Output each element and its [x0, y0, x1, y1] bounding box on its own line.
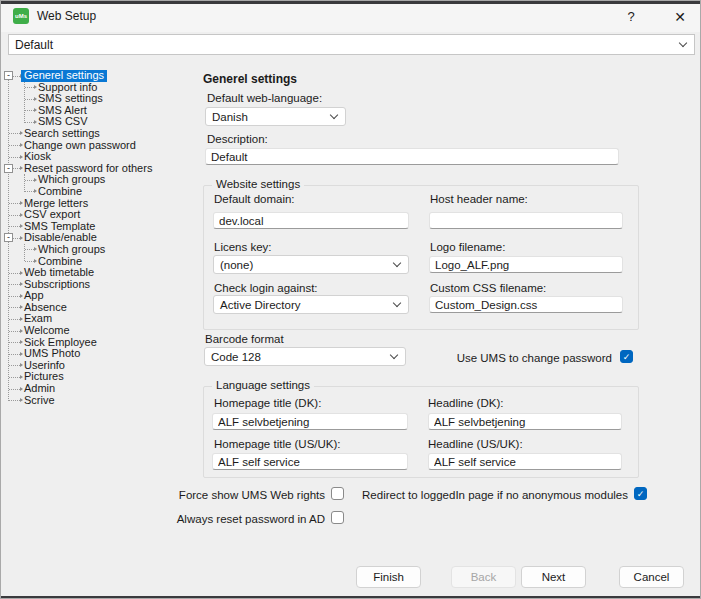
- logo-filename-input[interactable]: [429, 256, 623, 273]
- licens-key-select[interactable]: (none): [213, 255, 409, 274]
- profile-select[interactable]: Default: [8, 34, 695, 55]
- chevron-down-icon: [390, 350, 398, 358]
- default-web-language-value: Danish: [212, 108, 248, 125]
- homepage-title-dk-label: Homepage title (DK):: [214, 397, 321, 409]
- check-login-against-label: Check login against:: [214, 282, 318, 294]
- tree-item-sms-settings[interactable]: SMS settings: [4, 93, 201, 105]
- homepage-title-usuk-input[interactable]: [212, 453, 408, 470]
- help-button[interactable]: ?: [618, 6, 644, 28]
- tree-item-web-timetable[interactable]: Web timetable: [4, 267, 201, 279]
- redirect-to-loggedin-checkbox[interactable]: [634, 487, 647, 500]
- website-settings-group: Website settings Default domain: Host he…: [203, 185, 639, 330]
- finish-button[interactable]: Finish: [356, 566, 421, 588]
- collapse-minus-icon[interactable]: [4, 233, 13, 242]
- window-bottom-edge: [1, 596, 700, 598]
- headline-dk-label: Headline (DK):: [428, 397, 503, 409]
- tree-item-csv-export[interactable]: CSV export: [4, 209, 201, 221]
- tree-item-sms-alert[interactable]: SMS Alert: [4, 105, 201, 117]
- tree-connector: [25, 261, 34, 262]
- custom-css-filename-input[interactable]: [429, 296, 623, 313]
- tree-item-label: Generel settings: [21, 70, 107, 82]
- force-show-ums-web-rights-checkbox[interactable]: [331, 487, 344, 500]
- tree-item-label: Web timetable: [21, 267, 97, 279]
- homepage-title-dk-input[interactable]: [212, 413, 408, 430]
- licens-key-label: Licens key:: [214, 241, 272, 253]
- headline-dk-input[interactable]: [428, 413, 622, 430]
- tree-connector: [25, 249, 34, 250]
- tree-item-admin[interactable]: Admin: [4, 383, 201, 395]
- chevron-down-icon: [393, 298, 401, 306]
- tree-item-which-groups[interactable]: Which groups: [4, 244, 201, 256]
- tree-connector: [9, 319, 20, 320]
- tree-connector: [9, 203, 20, 204]
- tree-item-label: Which groups: [35, 244, 108, 256]
- title-bar[interactable]: uMs Web Setup ? ✕: [1, 4, 700, 32]
- tree-item-label: Search settings: [21, 128, 103, 140]
- host-header-name-input[interactable]: [429, 212, 623, 229]
- tree-connector: [9, 145, 20, 146]
- tree-connector: [9, 307, 20, 308]
- section-heading: Generel settings: [203, 72, 297, 86]
- tree-item-label: Kiosk: [21, 151, 54, 163]
- web-setup-dialog: uMs Web Setup ? ✕ Default Generel settin…: [0, 0, 701, 599]
- barcode-format-select[interactable]: Code 128: [204, 347, 406, 366]
- tree-connector: [9, 377, 20, 378]
- tree: Generel settingsSupport infoSMS settings…: [4, 70, 201, 415]
- tree-item-search-settings[interactable]: Search settings: [4, 128, 201, 140]
- language-settings-group: Language settings Homepage title (DK): H…: [203, 386, 639, 478]
- homepage-title-usuk-label: Homepage title (US/UK):: [214, 438, 341, 450]
- tree-item-generel-settings[interactable]: Generel settings: [4, 70, 201, 82]
- cancel-button[interactable]: Cancel: [619, 566, 684, 588]
- tree-item-which-groups[interactable]: Which groups: [4, 174, 201, 186]
- default-domain-label: Default domain:: [214, 193, 295, 205]
- language-settings-group-label: Language settings: [212, 379, 314, 391]
- chevron-down-icon: [393, 258, 401, 266]
- chevron-down-icon: [679, 38, 687, 46]
- window-title: Web Setup: [37, 9, 96, 23]
- tree-item-label: Scrive: [21, 395, 58, 407]
- headline-usuk-label: Headline (US/UK):: [428, 438, 523, 450]
- always-reset-password-in-ad-checkbox[interactable]: [331, 511, 344, 524]
- default-web-language-select[interactable]: Danish: [205, 107, 346, 126]
- barcode-format-value: Code 128: [211, 348, 261, 365]
- tree-connector: [9, 400, 20, 401]
- tree-connector: [9, 296, 20, 297]
- tree-connector: [25, 180, 34, 181]
- default-domain-input[interactable]: [213, 212, 409, 229]
- tree-connector: [9, 273, 20, 274]
- licens-key-value: (none): [220, 256, 253, 273]
- barcode-format-label: Barcode format: [205, 333, 284, 345]
- tree-connector: [9, 354, 20, 355]
- collapse-minus-icon[interactable]: [4, 164, 13, 173]
- force-show-ums-web-rights-label: Force show UMS Web rights: [179, 489, 325, 501]
- chevron-down-icon: [330, 110, 338, 118]
- website-settings-group-label: Website settings: [212, 178, 304, 190]
- tree-item-kiosk[interactable]: Kiosk: [4, 151, 201, 163]
- default-web-language-label: Default web-language:: [207, 92, 322, 104]
- tree-connector: [9, 215, 20, 216]
- tree-connector: [9, 133, 20, 134]
- check-login-against-select[interactable]: Active Directory: [213, 295, 409, 314]
- close-button[interactable]: ✕: [667, 6, 693, 28]
- tree-connector: [9, 331, 20, 332]
- collapse-minus-icon[interactable]: [4, 71, 13, 80]
- tree-connector: [25, 87, 34, 88]
- tree-connector: [9, 284, 20, 285]
- next-button[interactable]: Next: [521, 566, 586, 588]
- tree-connector: [9, 389, 20, 390]
- use-ums-to-change-password-checkbox[interactable]: [620, 350, 633, 363]
- tree-item-scrive[interactable]: Scrive: [4, 395, 201, 407]
- tree-item-welcome[interactable]: Welcome: [4, 325, 201, 337]
- tree-item-label: CSV export: [21, 209, 83, 221]
- description-label: Description:: [207, 133, 268, 145]
- tree-connector: [25, 191, 34, 192]
- back-button[interactable]: Back: [451, 566, 516, 588]
- description-input[interactable]: [205, 148, 619, 165]
- tree-item-combine[interactable]: Combine: [4, 186, 201, 198]
- always-reset-password-in-ad-label: Always reset password in AD: [177, 513, 325, 525]
- tree-connector: [9, 226, 20, 227]
- redirect-to-loggedin-label: Redirect to loggedIn page if no anonymou…: [362, 489, 628, 501]
- use-ums-to-change-password-label: Use UMS to change password: [457, 352, 612, 364]
- profile-select-value: Default: [15, 35, 53, 54]
- headline-usuk-input[interactable]: [428, 453, 622, 470]
